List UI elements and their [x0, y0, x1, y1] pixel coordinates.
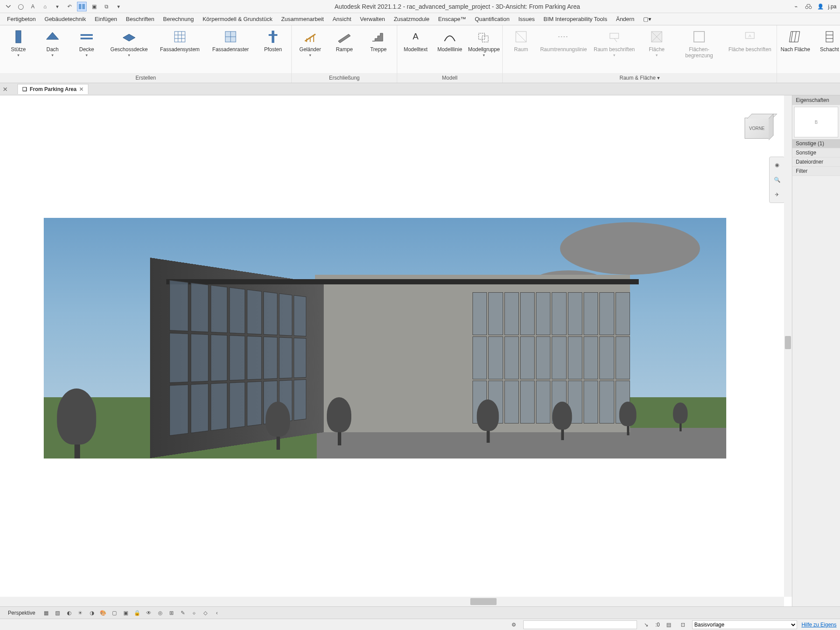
- tool-button[interactable]: Dach▼: [37, 27, 68, 59]
- vc-crop-region-icon[interactable]: ▣: [121, 608, 131, 618]
- properties-row[interactable]: Dateiordner: [792, 158, 840, 167]
- ribbon-tab[interactable]: Körpermodell & Grundstück: [198, 13, 277, 25]
- qat-key-icon[interactable]: ⌁: [791, 2, 801, 11]
- svg-text:A: A: [413, 32, 419, 41]
- tool-button[interactable]: Schacht: [814, 27, 840, 54]
- vc-lock-icon[interactable]: 🔒: [133, 608, 142, 618]
- vc-rendering-icon[interactable]: 🎨: [98, 608, 108, 618]
- tool-button[interactable]: Pfosten: [257, 27, 289, 54]
- scrollbar-thumb[interactable]: [785, 336, 791, 349]
- vertical-scrollbar[interactable]: [784, 95, 792, 597]
- mullion-icon: [265, 29, 281, 45]
- ribbon-tab[interactable]: Zusatzmodule: [389, 13, 434, 25]
- qat-dropdown-icon[interactable]: ▾: [52, 2, 62, 11]
- tool-button[interactable]: Fassadenraster: [206, 27, 255, 54]
- ribbon-tab[interactable]: Fertigbeton: [3, 13, 40, 25]
- qat-switch-windows-icon[interactable]: ⧉: [102, 2, 111, 11]
- qat-circle-icon[interactable]: ◯: [16, 2, 25, 11]
- tool-label: Schacht: [820, 46, 839, 52]
- ribbon-tab[interactable]: Gebäudetechnik: [40, 13, 91, 25]
- tool-button[interactable]: Fassadensystem: [156, 27, 204, 54]
- tool-button[interactable]: Modelllinie: [434, 27, 466, 54]
- vc-temp-hide-icon[interactable]: 👁: [144, 608, 154, 618]
- tool-button[interactable]: Nach Fläche: [780, 27, 811, 54]
- qat-binoculars-icon[interactable]: [804, 2, 813, 11]
- properties-panel: Eigenschaften B Sonstige (1) SonstigeDat…: [792, 95, 840, 606]
- svg-point-3: [809, 6, 812, 9]
- vc-collapse-icon[interactable]: ‹: [212, 608, 222, 618]
- design-option-selector[interactable]: Basisvorlage: [692, 620, 797, 629]
- qat-thin-lines-icon[interactable]: [77, 2, 87, 11]
- vc-reveal-icon[interactable]: ◎: [155, 608, 165, 618]
- tool-button[interactable]: Rampe: [329, 27, 360, 54]
- viewcube-face-label[interactable]: VORNE: [745, 118, 769, 139]
- vc-analytical-icon[interactable]: ⟐: [189, 608, 199, 618]
- render-image: [44, 218, 726, 458]
- selection-count: :0: [655, 622, 660, 628]
- vc-worksets-icon[interactable]: ⊞: [167, 608, 176, 618]
- tool-button[interactable]: Decke▼: [71, 27, 102, 59]
- vc-sun-icon[interactable]: ☀: [76, 608, 85, 618]
- ribbon-tab[interactable]: BIM Interoperability Tools: [539, 13, 612, 25]
- viewport[interactable]: VORNE ◉ 🔍 ✈: [0, 95, 792, 606]
- vc-shadows-icon[interactable]: ◑: [87, 608, 97, 618]
- ribbon-tab[interactable]: Beschriften: [122, 13, 159, 25]
- ribbon-tab[interactable]: Ändern: [612, 13, 639, 25]
- nav-full-icon[interactable]: ◉: [772, 160, 782, 170]
- user-icon[interactable]: 👤: [816, 2, 826, 11]
- tool-button[interactable]: Geländer▼: [294, 27, 326, 59]
- vc-edit-icon[interactable]: ✎: [178, 608, 188, 618]
- vc-visual-style-icon[interactable]: ◐: [64, 608, 74, 618]
- ribbon-tab[interactable]: Verwalten: [356, 13, 389, 25]
- properties-row[interactable]: Sonstige: [792, 148, 840, 158]
- qat-text-icon[interactable]: A: [28, 2, 38, 11]
- horizontal-scrollbar[interactable]: [0, 597, 784, 606]
- vc-scale-icon[interactable]: ▦: [42, 608, 51, 618]
- vc-crop-icon[interactable]: ▢: [110, 608, 119, 618]
- status-filter-icon[interactable]: ▤: [664, 620, 674, 630]
- vc-detail-icon[interactable]: ▧: [53, 608, 63, 618]
- ribbon-tab[interactable]: Zusammenarbeit: [277, 13, 329, 25]
- tool-button[interactable]: Modellgruppe▼: [468, 27, 500, 59]
- ribbon-tab[interactable]: Einfügen: [90, 13, 121, 25]
- ribbon-tab-modify-icon[interactable]: ▢▾: [639, 13, 656, 25]
- close-tabs-icon[interactable]: ✕: [3, 86, 8, 93]
- properties-type-selector[interactable]: B: [794, 107, 838, 137]
- status-worksets-icon[interactable]: ⚙: [509, 620, 519, 630]
- tool-button[interactable]: Stütze▼: [3, 27, 34, 59]
- status-select-icon[interactable]: ↘: [641, 620, 651, 630]
- tool-label: Rampe: [336, 46, 353, 52]
- panel-title: Erschließung: [292, 73, 397, 83]
- vc-highlight-icon[interactable]: ◇: [201, 608, 210, 618]
- qat-undo-icon[interactable]: ↶: [65, 2, 74, 11]
- view-mode-label[interactable]: Perspektive: [4, 610, 40, 616]
- qat-arrow-icon[interactable]: [4, 2, 13, 11]
- scrollbar-thumb[interactable]: [470, 598, 497, 605]
- tool-label: Fassadensystem: [160, 46, 200, 52]
- help-link[interactable]: Hilfe zu Eigens: [802, 622, 836, 628]
- main-area: VORNE ◉ 🔍 ✈: [0, 95, 840, 606]
- ribbon-tab[interactable]: Enscape™: [434, 13, 471, 25]
- nav-orbit-icon[interactable]: ✈: [772, 189, 782, 200]
- close-icon[interactable]: ✕: [79, 86, 84, 92]
- qat-home-icon[interactable]: ⌂: [40, 2, 50, 11]
- ribbon-tab[interactable]: Issues: [514, 13, 539, 25]
- nav-zoom-icon[interactable]: 🔍: [772, 175, 782, 185]
- svg-point-2: [805, 6, 808, 9]
- tool-label: Modelltext: [404, 46, 428, 52]
- command-input[interactable]: [523, 620, 637, 629]
- qat-dropdown2-icon[interactable]: ▾: [114, 2, 123, 11]
- document-tab[interactable]: ❑From Parking Area✕: [18, 84, 88, 94]
- viewcube[interactable]: VORNE: [735, 113, 779, 144]
- ribbon-tab[interactable]: Berechnung: [159, 13, 198, 25]
- tool-button[interactable]: Geschossdecke▼: [105, 27, 153, 59]
- status-main-model-icon[interactable]: ⊡: [678, 620, 688, 630]
- ribbon-tab[interactable]: Quantification: [470, 13, 514, 25]
- qat-close-hidden-icon[interactable]: ▣: [89, 2, 99, 11]
- properties-row[interactable]: Filter: [792, 167, 840, 176]
- tool-button[interactable]: AModelltext: [400, 27, 431, 54]
- tool-button[interactable]: Treppe: [363, 27, 394, 54]
- properties-category[interactable]: Sonstige (1): [792, 139, 840, 148]
- dropdown-arrow-icon: ▼: [655, 53, 658, 57]
- ribbon-tab[interactable]: Ansicht: [328, 13, 356, 25]
